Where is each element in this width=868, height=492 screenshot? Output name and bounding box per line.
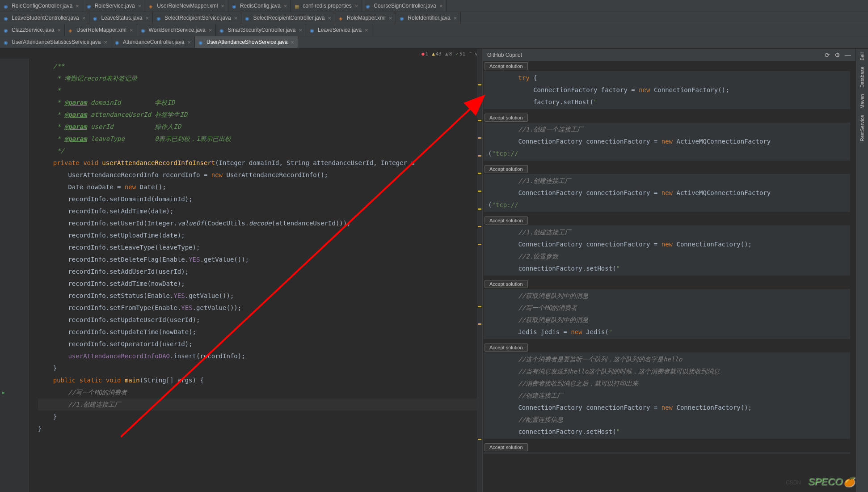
solution-code[interactable]: //获取消息队列中的消息 //写一个MQ的消费者 //获取消息队列中的消息 Je… [484,289,850,339]
file-tab[interactable]: SmartSecurityController.java× [216,24,306,36]
rail-bell[interactable]: Bell [860,52,865,60]
file-tab[interactable]: conf-redis.properties× [291,0,362,12]
copilot-solution: Accept solution //这个消费者是要监听一个队列，这个队列的名字是… [483,343,851,439]
close-icon[interactable]: × [234,15,238,21]
file-tab[interactable]: RoleService.java× [83,0,146,12]
java-file-icon [232,3,238,9]
accept-solution-button[interactable]: Accept solution [485,165,528,173]
close-icon[interactable]: × [439,3,443,9]
solution-code[interactable] [484,452,850,454]
warning-count[interactable]: 43 [432,51,442,57]
close-icon[interactable]: × [209,27,212,34]
file-tab[interactable]: RoleConfigController.java× [0,0,83,12]
file-tab[interactable]: AttendanceController.java× [111,36,195,48]
tab-label: UserAttendanceStatisticsService.java [12,39,101,45]
java-file-icon [366,3,371,9]
file-tab[interactable]: UserRoleNewMapper.xml× [145,0,228,12]
tab-label: conf-redis.properties [303,3,351,9]
tab-label: RoleConfigController.java [12,3,72,9]
code-editor[interactable]: /** * 考勤记record表补签记录 * * @param domainId… [29,59,482,492]
file-tab[interactable]: UserAttendanceStatisticsService.java× [0,36,111,48]
marker-stripe[interactable] [477,49,482,492]
solution-code[interactable]: //1.创建一个连接工厂 ConnectionFactory connectio… [484,123,850,161]
close-icon[interactable]: × [138,3,142,9]
right-tool-rail: BellDatabaseMavenRestService [855,49,868,492]
accept-solution-button[interactable]: Accept solution [485,114,528,122]
close-icon[interactable]: × [76,3,79,9]
speco-watermark: SPECO [808,476,855,488]
tab-label: LeaveService.java [318,27,362,33]
xml-file-icon [339,15,345,21]
java-file-icon [4,39,9,45]
main-split: 1 43 8 51 ^ v ▶ /** * 考勤记record表补签记录 * *… [0,49,868,492]
solution-code[interactable]: //1.创建连接工厂 ConnectionFactory connectionF… [484,225,850,276]
file-tab[interactable]: WorkBenchService.java× [137,24,216,36]
solution-code[interactable]: try { ConnectionFactory factory = new Co… [484,71,850,109]
editor-tabs: RoleConfigController.java×RoleService.ja… [0,0,868,49]
copilot-solution: Accept solution //1.创建一个连接工厂 ConnectionF… [483,113,851,161]
copilot-solution: Accept solution try { ConnectionFactory … [483,61,851,109]
file-tab[interactable]: SelectRecipientService.java× [153,12,241,24]
gear-icon[interactable]: ⚙ [834,51,840,59]
run-gutter-icon[interactable]: ▶ [2,390,5,395]
accept-solution-button[interactable]: Accept solution [485,443,528,451]
file-tab[interactable]: ClazzService.java× [0,24,65,36]
solution-code[interactable]: //1.创建连接工厂 ConnectionFactory connectionF… [484,174,850,212]
rail-restservice[interactable]: RestService [860,115,865,141]
accept-solution-button[interactable]: Accept solution [485,62,528,70]
java-file-icon [87,3,93,9]
close-icon[interactable]: × [187,39,191,46]
close-icon[interactable]: × [389,15,392,21]
accept-solution-button[interactable]: Accept solution [485,280,528,288]
java-file-icon [4,3,9,9]
close-icon[interactable]: × [145,15,149,21]
weak-warning-count[interactable]: 8 [445,51,452,57]
gutter[interactable]: ▶ [0,59,29,492]
csdn-watermark: CSDN [786,479,801,486]
file-tab[interactable]: LeaveStudentController.java× [0,12,89,24]
accept-solution-button[interactable]: Accept solution [485,216,528,225]
error-count[interactable]: 1 [421,51,428,57]
minimize-icon[interactable]: — [845,51,851,59]
close-icon[interactable]: × [284,3,287,9]
file-tab[interactable]: RedisConfig.java× [228,0,291,12]
java-file-icon [198,39,204,45]
close-icon[interactable]: × [299,27,302,34]
file-tab[interactable]: CourseSignController.java× [362,0,447,12]
close-icon[interactable]: × [328,15,331,21]
file-tab[interactable]: SelectRecipientController.java× [241,12,335,24]
tab-label: CourseSignController.java [374,3,436,9]
tab-label: SelectRecipientController.java [253,15,324,21]
typo-count[interactable]: 51 [455,51,465,57]
tab-label: WorkBenchService.java [149,27,206,33]
inspection-stats[interactable]: 1 43 8 51 ^ v [421,51,478,57]
close-icon[interactable]: × [104,39,107,46]
accept-solution-button[interactable]: Accept solution [485,344,528,352]
close-icon[interactable]: × [365,27,368,34]
refresh-icon[interactable]: ⟳ [825,51,830,59]
rail-maven[interactable]: Maven [860,94,865,109]
file-tab[interactable]: LeaveService.java× [306,24,372,36]
copilot-solution: Accept solution [483,442,851,454]
java-file-icon [4,27,9,33]
close-icon[interactable]: × [82,15,86,21]
java-file-icon [115,39,121,45]
file-tab[interactable]: UserAttendanceShowService.java× [195,36,298,48]
close-icon[interactable]: × [355,3,358,9]
close-icon[interactable]: × [291,39,294,46]
close-icon[interactable]: × [130,27,133,34]
close-icon[interactable]: × [57,27,61,34]
file-tab[interactable]: RoleMapper.xml× [335,12,396,24]
java-file-icon [400,15,405,21]
copilot-solution: Accept solution //1.创建连接工厂 ConnectionFac… [483,216,851,276]
rail-database[interactable]: Database [860,67,865,88]
tab-label: SmartSecurityController.java [228,27,295,33]
file-tab[interactable]: RoleIdentifier.java× [396,12,461,24]
tab-label: RoleMapper.xml [347,15,386,21]
close-icon[interactable]: × [221,3,224,9]
tab-label: ClazzService.java [12,27,54,33]
close-icon[interactable]: × [454,15,457,21]
file-tab[interactable]: LeaveStatus.java× [89,12,153,24]
solution-code[interactable]: //这个消费者是要监听一个队列，这个队列的名字是hello //当有消息发送到h… [484,352,850,439]
file-tab[interactable]: UserRoleMapper.xml× [65,24,137,36]
